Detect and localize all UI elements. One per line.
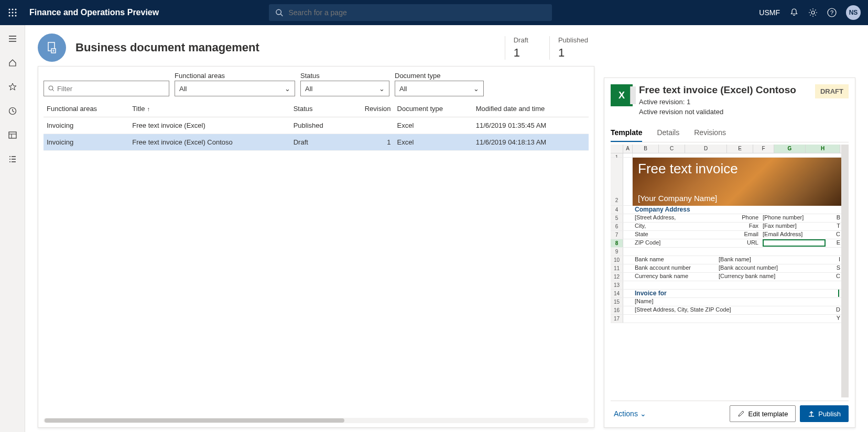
- svg-line-19: [52, 90, 54, 91]
- svg-line-10: [281, 14, 283, 16]
- recent-icon[interactable]: [2, 101, 23, 121]
- count-published: Published 1: [549, 36, 588, 60]
- tab-details[interactable]: Details: [657, 125, 679, 142]
- nav-rail: [0, 25, 25, 432]
- col-modified[interactable]: Modified date and time: [473, 101, 589, 117]
- excel-icon: X: [611, 84, 633, 106]
- publish-icon: [808, 410, 815, 417]
- topbar-right: USMF ? NS: [759, 5, 868, 20]
- col-revision[interactable]: Revision: [345, 101, 394, 117]
- validation-status: Active revision not validated: [639, 108, 809, 116]
- bell-icon[interactable]: [789, 8, 799, 17]
- page-header: Business document management Draft 1 Pub…: [38, 34, 594, 62]
- svg-text:?: ?: [830, 9, 833, 16]
- doctype-dropdown[interactable]: All⌄: [395, 81, 484, 96]
- pencil-icon: [737, 410, 745, 417]
- horizontal-scrollbar[interactable]: [44, 418, 589, 423]
- svg-point-4: [12, 12, 14, 14]
- svg-point-11: [811, 11, 815, 14]
- col-status[interactable]: Status: [290, 101, 345, 117]
- svg-point-18: [49, 86, 53, 90]
- hamburger-icon[interactable]: [2, 28, 23, 49]
- functional-areas-label: Functional areas: [175, 72, 295, 80]
- company-code[interactable]: USMF: [759, 8, 780, 17]
- actions-menu[interactable]: Actions⌄: [614, 409, 646, 418]
- search-input[interactable]: [288, 8, 546, 17]
- search-icon: [48, 85, 54, 92]
- help-icon[interactable]: ?: [827, 8, 837, 17]
- search-box[interactable]: [269, 4, 552, 21]
- svg-rect-15: [9, 132, 16, 138]
- status-label: Status: [300, 72, 389, 80]
- chevron-down-icon: ⌄: [473, 85, 479, 93]
- svg-point-3: [9, 12, 10, 14]
- svg-point-8: [15, 15, 17, 17]
- workspaces-icon[interactable]: [2, 125, 23, 146]
- svg-point-0: [9, 9, 10, 10]
- edit-template-button[interactable]: Edit template: [730, 405, 796, 422]
- svg-point-7: [12, 15, 14, 17]
- table-row[interactable]: InvoicingFree text invoice (Excel) Conto…: [44, 134, 589, 151]
- search-icon: [275, 8, 283, 17]
- active-revision: Active revision: 1: [639, 98, 809, 106]
- svg-point-6: [9, 15, 10, 17]
- star-icon[interactable]: [2, 76, 23, 97]
- tab-revisions[interactable]: Revisions: [694, 125, 726, 142]
- chevron-down-icon: ⌄: [640, 409, 646, 418]
- template-preview[interactable]: A B C D E F G H 1 2Free text invoice[You…: [611, 145, 849, 397]
- detail-title: Free text invoice (Excel) Contoso: [639, 84, 809, 96]
- detail-tabs: Template Details Revisions: [611, 125, 849, 142]
- top-bar: Finance and Operations Preview USMF ? NS: [0, 0, 868, 25]
- table-header-row: Functional areas Title↑ Status Revision …: [44, 101, 589, 117]
- chevron-down-icon: ⌄: [285, 85, 290, 93]
- table-row[interactable]: InvoicingFree text invoice (Excel)Publis…: [44, 117, 589, 134]
- svg-point-5: [15, 12, 17, 14]
- svg-point-2: [15, 9, 17, 10]
- avatar[interactable]: NS: [846, 5, 861, 20]
- details-panel: X Free text invoice (Excel) Contoso Acti…: [604, 77, 855, 428]
- svg-point-9: [276, 9, 281, 15]
- status-dropdown[interactable]: All⌄: [300, 81, 389, 96]
- app-launcher-icon[interactable]: [0, 8, 25, 17]
- doctype-label: Document type: [395, 72, 484, 80]
- filter-input[interactable]: [44, 81, 169, 96]
- functional-areas-dropdown[interactable]: All⌄: [175, 81, 295, 96]
- documents-card: Functional areas All⌄ Status All⌄ Docume…: [38, 66, 594, 428]
- home-icon[interactable]: [2, 52, 23, 73]
- modules-icon[interactable]: [2, 149, 23, 170]
- documents-grid: Functional areas Title↑ Status Revision …: [44, 101, 589, 151]
- col-functional-areas[interactable]: Functional areas: [44, 101, 129, 117]
- status-badge: DRAFT: [815, 84, 849, 98]
- count-draft: Draft 1: [505, 36, 528, 60]
- page-title: Business document management: [75, 41, 259, 54]
- sort-asc-icon: ↑: [147, 106, 150, 112]
- publish-button[interactable]: Publish: [800, 405, 849, 422]
- col-title[interactable]: Title↑: [129, 101, 290, 117]
- document-icon: [38, 34, 66, 62]
- svg-point-1: [12, 9, 14, 10]
- gear-icon[interactable]: [808, 8, 818, 17]
- col-doctype[interactable]: Document type: [394, 101, 473, 117]
- chevron-down-icon: ⌄: [379, 85, 385, 93]
- app-title: Finance and Operations Preview: [25, 8, 159, 17]
- tab-template[interactable]: Template: [611, 125, 642, 142]
